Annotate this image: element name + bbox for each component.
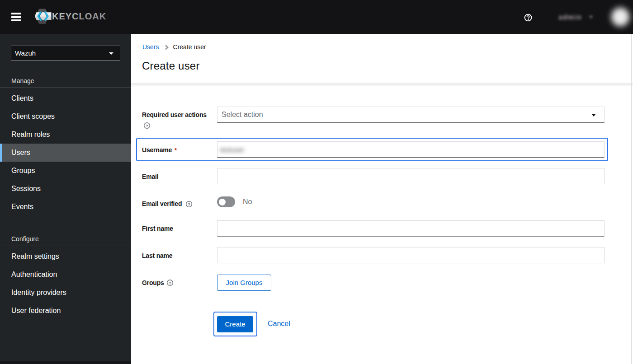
svg-text:?: ? [169,280,171,285]
svg-text:?: ? [188,202,190,207]
svg-text:?: ? [146,123,148,128]
svg-text:KEYCLOAK: KEYCLOAK [52,11,106,21]
